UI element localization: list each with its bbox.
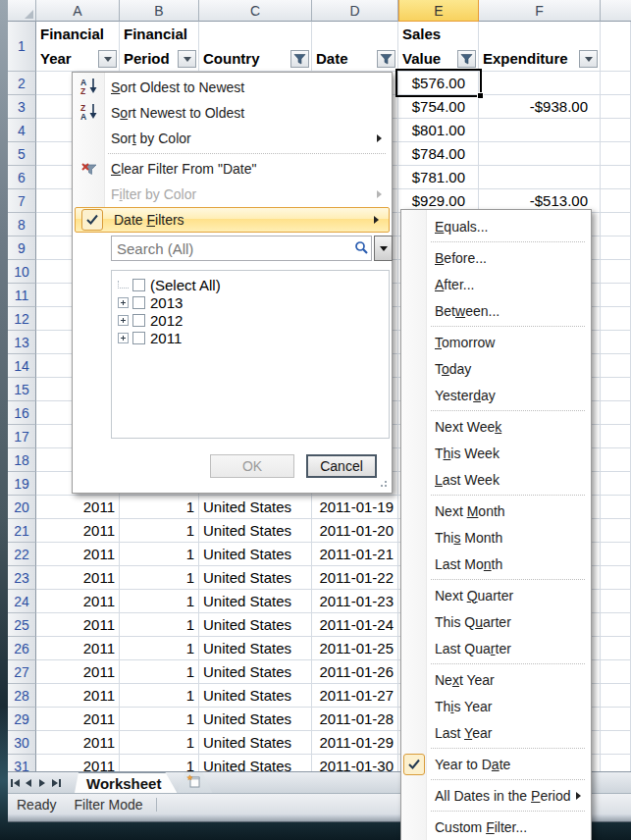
row-header-16[interactable]: 16	[8, 401, 36, 425]
cell-D24[interactable]: 2011-01-23	[312, 590, 398, 613]
date-filter-item-tomorrow[interactable]: Tomorrow	[401, 329, 591, 355]
cell-B20[interactable]: 1	[120, 496, 199, 519]
filter-value-2012[interactable]: 2012	[118, 311, 389, 329]
cell-A28[interactable]: 2011	[36, 684, 120, 708]
cancel-button[interactable]: Cancel	[306, 454, 377, 478]
cell-A22[interactable]: 2011	[36, 543, 120, 566]
cell-A24[interactable]: 2011	[36, 590, 120, 613]
sheet-tab-worksheet[interactable]: Worksheet	[75, 772, 177, 793]
date-filter-item-next-week[interactable]: Next Week	[401, 413, 591, 440]
header-cell-financial-year[interactable]: Financial Year	[36, 22, 120, 72]
cell-C21[interactable]: United States	[199, 519, 312, 543]
cell-A20[interactable]: 2011	[36, 496, 120, 519]
row-header-10[interactable]: 10	[8, 260, 36, 284]
row-header-30[interactable]: 30	[8, 731, 36, 755]
date-filter-item-this-year[interactable]: This Year	[401, 693, 591, 719]
column-header-B[interactable]: B	[120, 0, 199, 22]
date-filter-item-today[interactable]: Today	[401, 355, 591, 382]
header-cell-sales-value[interactable]: Sales Value	[398, 22, 479, 72]
date-filter-item-this-quarter[interactable]: This Quarter	[401, 608, 591, 635]
date-filter-item-custom-filter[interactable]: Custom Filter...	[401, 814, 591, 840]
date-filter-item-last-year[interactable]: Last Year	[401, 719, 591, 746]
row-header-7[interactable]: 7	[8, 189, 36, 213]
header-cell-expenditure[interactable]: Expenditure	[479, 22, 601, 72]
column-header-A[interactable]: A	[36, 0, 120, 22]
cell-D21[interactable]: 2011-01-20	[312, 519, 398, 543]
value-checkbox[interactable]	[132, 279, 145, 291]
date-filter-item-last-month[interactable]: Last Month	[401, 551, 591, 577]
cell-C28[interactable]: United States	[199, 684, 312, 708]
row-header-23[interactable]: 23	[8, 566, 36, 590]
date-filter-item-next-quarter[interactable]: Next Quarter	[401, 582, 591, 608]
row-header-14[interactable]: 14	[8, 354, 36, 378]
filter-menu-item-sort-newest-to-oldest[interactable]: ZASort Newest to Oldest	[73, 100, 392, 126]
cell-A27[interactable]: 2011	[36, 660, 120, 684]
row-header-13[interactable]: 13	[8, 331, 36, 354]
insert-worksheet-tab[interactable]	[177, 772, 212, 793]
cell-D27[interactable]: 2011-01-26	[312, 660, 398, 684]
cell-B24[interactable]: 1	[120, 590, 199, 613]
cell-F2[interactable]	[479, 72, 601, 95]
row-header-2[interactable]: 2	[8, 72, 36, 95]
row-header-20[interactable]: 20	[8, 496, 36, 519]
row-header-26[interactable]: 26	[8, 637, 36, 660]
row-header-21[interactable]: 21	[8, 519, 36, 543]
expand-plus-icon[interactable]	[118, 333, 129, 343]
cell-F5[interactable]	[479, 142, 601, 166]
row-header-1[interactable]: 1	[8, 22, 36, 72]
date-filter-item-last-quarter[interactable]: Last Quarter	[401, 635, 591, 661]
cell-C24[interactable]: United States	[199, 590, 312, 613]
value-checkbox[interactable]	[132, 314, 145, 327]
date-filter-item-yesterday[interactable]: Yesterday	[401, 382, 591, 408]
header-filter-button-expenditure[interactable]	[579, 50, 598, 68]
cell-C20[interactable]: United States	[199, 496, 312, 519]
cell-E4[interactable]: $801.00	[398, 119, 479, 142]
row-header-9[interactable]: 9	[8, 236, 36, 260]
row-header-25[interactable]: 25	[8, 613, 36, 637]
cell-B27[interactable]: 1	[120, 660, 199, 684]
expand-plus-icon[interactable]	[118, 315, 129, 326]
filter-menu-item-sort-oldest-to-newest[interactable]: AZSort Oldest to Newest	[73, 75, 392, 100]
date-filter-item-equals[interactable]: Equals...	[401, 213, 591, 239]
cell-B21[interactable]: 1	[120, 519, 199, 543]
row-header-11[interactable]: 11	[8, 284, 36, 307]
cell-B26[interactable]: 1	[120, 637, 199, 660]
row-header-6[interactable]: 6	[8, 166, 36, 189]
cell-A25[interactable]: 2011	[36, 613, 120, 637]
cell-C26[interactable]: United States	[199, 637, 312, 660]
date-filter-item-before[interactable]: Before...	[401, 244, 591, 271]
filter-value-2013[interactable]: 2013	[118, 293, 389, 311]
cell-C25[interactable]: United States	[199, 613, 312, 637]
row-header-24[interactable]: 24	[8, 590, 36, 613]
row-header-19[interactable]: 19	[8, 472, 36, 496]
row-header-4[interactable]: 4	[8, 119, 36, 142]
row-header-5[interactable]: 5	[8, 142, 36, 166]
column-header-E[interactable]: E	[398, 0, 479, 22]
cell-B30[interactable]: 1	[120, 731, 199, 755]
cell-A23[interactable]: 2011	[36, 566, 120, 590]
value-checkbox[interactable]	[132, 332, 145, 344]
filter-menu-item-date-filters[interactable]: Date Filters	[75, 207, 390, 233]
cell-A29[interactable]: 2011	[36, 708, 120, 731]
date-filter-item-next-year[interactable]: Next Year	[401, 666, 591, 693]
filter-menu-item-sort-by-color[interactable]: Sort by Color	[73, 126, 392, 151]
select-all-corner[interactable]	[8, 0, 36, 22]
header-cell-date[interactable]: Date	[312, 22, 398, 72]
cell-B22[interactable]: 1	[120, 543, 199, 566]
cell-B25[interactable]: 1	[120, 613, 199, 637]
header-filter-button-date[interactable]	[377, 50, 395, 68]
row-header-17[interactable]: 17	[8, 425, 36, 448]
previous-sheet-button[interactable]	[22, 772, 35, 793]
row-header-15[interactable]: 15	[8, 378, 36, 401]
cell-B29[interactable]: 1	[120, 708, 199, 731]
filter-value-2011[interactable]: 2011	[118, 329, 389, 346]
cell-C23[interactable]: United States	[199, 566, 312, 590]
date-filter-item-between[interactable]: Between...	[401, 297, 591, 324]
cell-D23[interactable]: 2011-01-22	[312, 566, 398, 590]
header-filter-button-country[interactable]	[290, 50, 309, 68]
column-header-C[interactable]: C	[199, 0, 312, 22]
search-input[interactable]	[111, 236, 372, 261]
date-filter-item-this-week[interactable]: This Week	[401, 440, 591, 466]
cell-E3[interactable]: $754.00	[398, 95, 479, 119]
date-filter-item-year-to-date[interactable]: Year to Date	[401, 751, 591, 777]
